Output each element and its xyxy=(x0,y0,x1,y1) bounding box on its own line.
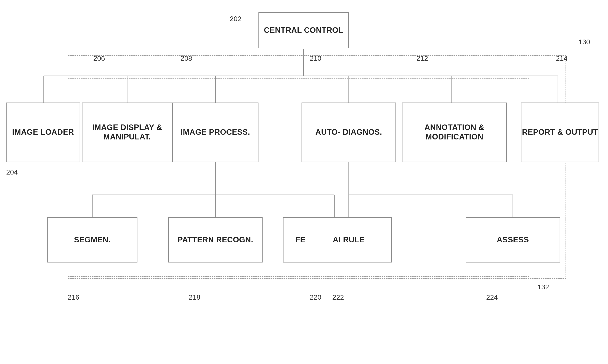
ref-206: 206 xyxy=(93,54,105,62)
ref-218: 218 xyxy=(189,293,200,301)
report-output-box: REPORT & OUTPUT xyxy=(521,103,599,162)
ref-214: 214 xyxy=(556,54,568,62)
ref-208: 208 xyxy=(181,54,192,62)
segmen-box: SEGMEN. xyxy=(47,217,137,262)
assess-box: ASSESS xyxy=(466,217,560,262)
ref-220: 220 xyxy=(310,293,321,301)
pattern-recogn-box: PATTERN RECOGN. xyxy=(168,217,263,262)
ref-132: 132 xyxy=(537,283,549,291)
ref-216: 216 xyxy=(68,293,79,301)
auto-diagnos-box: AUTO- DIAGNOS. xyxy=(302,103,396,162)
ref-202: 202 xyxy=(230,15,241,23)
ref-130: 130 xyxy=(579,38,590,46)
ref-212: 212 xyxy=(416,54,428,62)
ref-210: 210 xyxy=(310,54,321,62)
ai-rule-box: AI RULE xyxy=(306,217,392,262)
annotation-box: ANNOTATION & MODIFICATION xyxy=(402,103,507,162)
image-display-box: IMAGE DISPLAY & MANIPULAT. xyxy=(82,103,172,162)
image-loader-box: IMAGE LOADER xyxy=(6,103,80,162)
image-process-box: IMAGE PROCESS. xyxy=(172,103,258,162)
diagram: CENTRAL CONTROL IMAGE LOADER IMAGE DISPL… xyxy=(0,0,608,364)
central-control-box: CENTRAL CONTROL xyxy=(258,12,349,48)
ref-204: 204 xyxy=(6,168,18,176)
ref-224: 224 xyxy=(486,293,498,301)
ref-222: 222 xyxy=(332,293,344,301)
